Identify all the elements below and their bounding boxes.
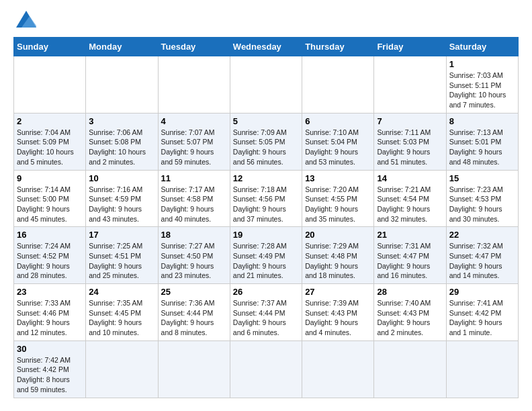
day-number: 8: [449, 116, 515, 126]
calendar-cell: 2Sunrise: 7:04 AMSunset: 5:09 PMDaylight…: [14, 113, 86, 170]
day-info: Sunrise: 7:29 AMSunset: 4:48 PMDaylight:…: [305, 241, 371, 281]
day-number: 5: [233, 116, 299, 126]
day-header-wednesday: Wednesday: [230, 38, 302, 56]
day-number: 17: [89, 230, 154, 240]
day-number: 19: [233, 230, 299, 240]
day-header-thursday: Thursday: [302, 38, 374, 56]
day-number: 7: [377, 116, 443, 126]
day-number: 2: [17, 116, 83, 126]
day-info: Sunrise: 7:18 AMSunset: 4:56 PMDaylight:…: [233, 185, 299, 224]
day-info: Sunrise: 7:23 AMSunset: 4:53 PMDaylight:…: [449, 185, 515, 224]
day-info: Sunrise: 7:40 AMSunset: 4:43 PMDaylight:…: [377, 298, 443, 338]
day-info: Sunrise: 7:27 AMSunset: 4:50 PMDaylight:…: [161, 241, 227, 281]
calendar-cell: 27Sunrise: 7:39 AMSunset: 4:43 PMDayligh…: [302, 284, 374, 341]
calendar-cell: 29Sunrise: 7:41 AMSunset: 4:42 PMDayligh…: [446, 284, 518, 341]
day-number: 11: [161, 173, 227, 183]
page-header: [13, 13, 519, 30]
calendar-cell: [374, 56, 446, 113]
day-info: Sunrise: 7:39 AMSunset: 4:43 PMDaylight:…: [305, 298, 371, 338]
day-info: Sunrise: 7:42 AMSunset: 4:42 PMDaylight:…: [17, 355, 83, 395]
calendar-cell: 8Sunrise: 7:13 AMSunset: 5:01 PMDaylight…: [446, 113, 518, 170]
calendar-cell: 23Sunrise: 7:33 AMSunset: 4:46 PMDayligh…: [14, 284, 86, 341]
day-info: Sunrise: 7:03 AMSunset: 5:11 PMDaylight:…: [449, 71, 515, 110]
day-info: Sunrise: 7:10 AMSunset: 5:04 PMDaylight:…: [305, 128, 371, 167]
day-header-friday: Friday: [374, 38, 446, 56]
day-header-monday: Monday: [86, 38, 158, 56]
day-info: Sunrise: 7:11 AMSunset: 5:03 PMDaylight:…: [377, 128, 443, 167]
calendar-cell: 9Sunrise: 7:14 AMSunset: 5:00 PMDaylight…: [14, 170, 86, 227]
day-number: 13: [305, 173, 371, 183]
calendar-table: SundayMondayTuesdayWednesdayThursdayFrid…: [13, 37, 519, 398]
calendar-cell: 1Sunrise: 7:03 AMSunset: 5:11 PMDaylight…: [446, 56, 518, 113]
day-number: 21: [377, 230, 443, 240]
calendar-cell: 18Sunrise: 7:27 AMSunset: 4:50 PMDayligh…: [158, 227, 230, 284]
day-number: 9: [17, 173, 83, 183]
calendar-cell: 4Sunrise: 7:07 AMSunset: 5:07 PMDaylight…: [158, 113, 230, 170]
day-info: Sunrise: 7:36 AMSunset: 4:44 PMDaylight:…: [161, 298, 227, 338]
calendar-cell: [86, 340, 158, 398]
calendar-cell: 22Sunrise: 7:32 AMSunset: 4:47 PMDayligh…: [446, 227, 518, 284]
calendar-cell: 25Sunrise: 7:36 AMSunset: 4:44 PMDayligh…: [158, 284, 230, 341]
day-number: 23: [17, 287, 83, 297]
day-header-tuesday: Tuesday: [158, 38, 230, 56]
day-number: 4: [161, 116, 227, 126]
calendar-cell: [230, 340, 302, 398]
day-number: 25: [161, 287, 227, 297]
day-info: Sunrise: 7:28 AMSunset: 4:49 PMDaylight:…: [233, 241, 299, 281]
day-info: Sunrise: 7:17 AMSunset: 4:58 PMDaylight:…: [161, 185, 227, 224]
day-number: 16: [17, 230, 83, 240]
calendar-week-5: 23Sunrise: 7:33 AMSunset: 4:46 PMDayligh…: [14, 284, 519, 341]
day-info: Sunrise: 7:14 AMSunset: 5:00 PMDaylight:…: [17, 185, 83, 224]
day-number: 15: [449, 173, 515, 183]
day-number: 6: [305, 116, 371, 126]
calendar-cell: 11Sunrise: 7:17 AMSunset: 4:58 PMDayligh…: [158, 170, 230, 227]
calendar-cell: [158, 340, 230, 398]
calendar-cell: 28Sunrise: 7:40 AMSunset: 4:43 PMDayligh…: [374, 284, 446, 341]
day-info: Sunrise: 7:32 AMSunset: 4:47 PMDaylight:…: [449, 241, 515, 281]
calendar-cell: 7Sunrise: 7:11 AMSunset: 5:03 PMDaylight…: [374, 113, 446, 170]
calendar-cell: 16Sunrise: 7:24 AMSunset: 4:52 PMDayligh…: [14, 227, 86, 284]
day-number: 10: [89, 173, 154, 183]
calendar-cell: 13Sunrise: 7:20 AMSunset: 4:55 PMDayligh…: [302, 170, 374, 227]
day-number: 28: [377, 287, 443, 297]
day-info: Sunrise: 7:33 AMSunset: 4:46 PMDaylight:…: [17, 298, 83, 338]
logo-icon: [16, 11, 36, 30]
day-header-saturday: Saturday: [446, 38, 518, 56]
day-header-sunday: Sunday: [14, 38, 86, 56]
day-info: Sunrise: 7:06 AMSunset: 5:08 PMDaylight:…: [89, 128, 154, 167]
day-number: 20: [305, 230, 371, 240]
calendar-cell: 12Sunrise: 7:18 AMSunset: 4:56 PMDayligh…: [230, 170, 302, 227]
day-number: 30: [17, 344, 83, 354]
calendar-week-1: 1Sunrise: 7:03 AMSunset: 5:11 PMDaylight…: [14, 56, 519, 113]
day-info: Sunrise: 7:07 AMSunset: 5:07 PMDaylight:…: [161, 128, 227, 167]
day-info: Sunrise: 7:09 AMSunset: 5:05 PMDaylight:…: [233, 128, 299, 167]
day-info: Sunrise: 7:13 AMSunset: 5:01 PMDaylight:…: [449, 128, 515, 167]
day-number: 27: [305, 287, 371, 297]
day-info: Sunrise: 7:16 AMSunset: 4:59 PMDaylight:…: [89, 185, 154, 224]
calendar-cell: 10Sunrise: 7:16 AMSunset: 4:59 PMDayligh…: [86, 170, 158, 227]
day-number: 1: [449, 59, 515, 69]
calendar-cell: 21Sunrise: 7:31 AMSunset: 4:47 PMDayligh…: [374, 227, 446, 284]
calendar-cell: [158, 56, 230, 113]
calendar-cell: [14, 56, 86, 113]
day-info: Sunrise: 7:37 AMSunset: 4:44 PMDaylight:…: [233, 298, 299, 338]
calendar-cell: 5Sunrise: 7:09 AMSunset: 5:05 PMDaylight…: [230, 113, 302, 170]
day-info: Sunrise: 7:20 AMSunset: 4:55 PMDaylight:…: [305, 185, 371, 224]
calendar-cell: 14Sunrise: 7:21 AMSunset: 4:54 PMDayligh…: [374, 170, 446, 227]
calendar-cell: 30Sunrise: 7:42 AMSunset: 4:42 PMDayligh…: [14, 340, 86, 398]
calendar-week-2: 2Sunrise: 7:04 AMSunset: 5:09 PMDaylight…: [14, 113, 519, 170]
day-info: Sunrise: 7:25 AMSunset: 4:51 PMDaylight:…: [89, 241, 154, 281]
calendar-cell: [374, 340, 446, 398]
calendar-week-6: 30Sunrise: 7:42 AMSunset: 4:42 PMDayligh…: [14, 340, 519, 398]
calendar-week-4: 16Sunrise: 7:24 AMSunset: 4:52 PMDayligh…: [14, 227, 519, 284]
day-info: Sunrise: 7:04 AMSunset: 5:09 PMDaylight:…: [17, 128, 83, 167]
logo: [13, 13, 36, 30]
calendar-cell: 24Sunrise: 7:35 AMSunset: 4:45 PMDayligh…: [86, 284, 158, 341]
calendar-cell: 6Sunrise: 7:10 AMSunset: 5:04 PMDaylight…: [302, 113, 374, 170]
day-info: Sunrise: 7:21 AMSunset: 4:54 PMDaylight:…: [377, 185, 443, 224]
calendar-cell: [230, 56, 302, 113]
calendar-cell: 17Sunrise: 7:25 AMSunset: 4:51 PMDayligh…: [86, 227, 158, 284]
calendar-header-row: SundayMondayTuesdayWednesdayThursdayFrid…: [14, 38, 519, 56]
day-number: 29: [449, 287, 515, 297]
day-info: Sunrise: 7:24 AMSunset: 4:52 PMDaylight:…: [17, 241, 83, 281]
